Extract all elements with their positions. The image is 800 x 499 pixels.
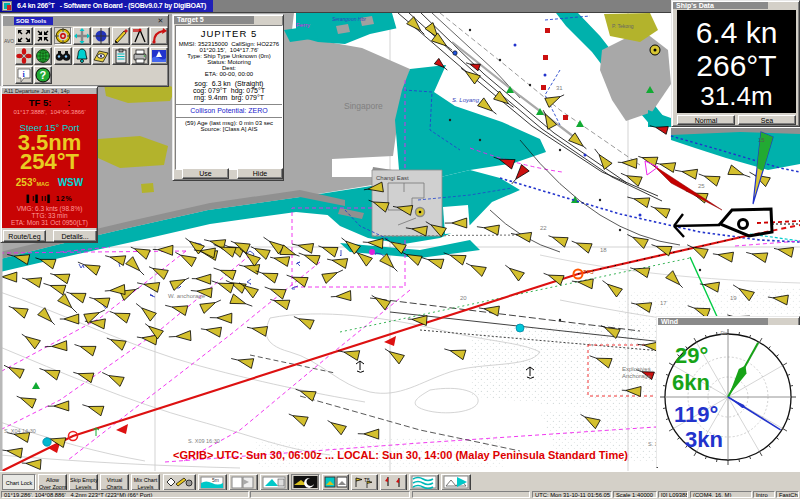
svg-text:5m: 5m (212, 477, 219, 483)
svg-text:Singapore: Singapore (344, 101, 383, 111)
svg-text:19: 19 (730, 295, 737, 301)
svg-text:3kn: 3kn (685, 427, 723, 452)
svg-text:Ferry: Ferry (296, 22, 310, 28)
svg-text:29°: 29° (675, 343, 708, 368)
svg-text:?: ? (40, 69, 47, 81)
svg-text:17: 17 (660, 300, 667, 306)
svg-text:18: 18 (600, 247, 607, 253)
svg-text:W. anchorage: W. anchorage (168, 293, 206, 299)
svg-text:15: 15 (758, 137, 765, 143)
svg-text:P. Tekong: P. Tekong (612, 23, 634, 29)
svg-text:31: 31 (556, 85, 563, 91)
svg-text:Serangoon Hbr: Serangoon Hbr (332, 16, 366, 22)
svg-text:119°: 119° (674, 402, 718, 427)
svg-text:Changi East: Changi East (376, 175, 409, 181)
svg-text:Anchorage: Anchorage (622, 373, 652, 379)
svg-text:S. X09 16:30: S. X09 16:30 (188, 438, 220, 444)
svg-text:S. Loyang: S. Loyang (452, 97, 480, 103)
svg-text:Explosives: Explosives (622, 366, 651, 372)
svg-text:TF5: TF5 (583, 269, 594, 275)
svg-text:22: 22 (540, 225, 547, 231)
svg-text:6kn: 6kn (672, 370, 710, 395)
svg-text:<GRIB> UTC: Sun 30, 06:00z ..: <GRIB> UTC: Sun 30, 06:00z ... LOCAL: Su… (173, 449, 628, 461)
svg-text:○ Dir: ○ Dir (716, 330, 727, 336)
svg-text:20: 20 (460, 295, 467, 301)
svg-text:25: 25 (698, 183, 705, 189)
svg-text:S. X04 14:30: S. X04 14:30 (4, 428, 36, 434)
